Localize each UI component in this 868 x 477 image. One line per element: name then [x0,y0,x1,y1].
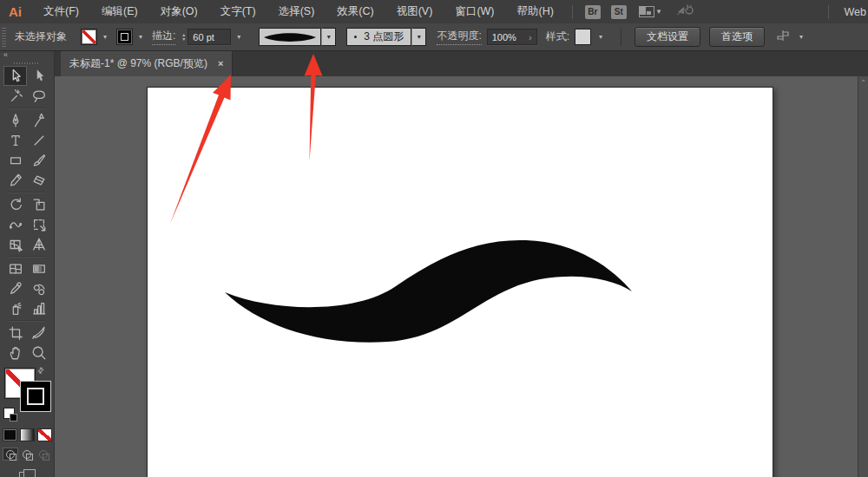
color-mode-row [0,428,54,441]
tool-slice[interactable] [27,323,50,343]
illustrator-logo: Ai [0,4,32,19]
tool-scale[interactable] [27,194,50,214]
tool-paintbrush[interactable] [27,150,50,170]
tool-lasso[interactable] [27,86,50,106]
stock-icon[interactable]: St [611,5,627,19]
canvas-area[interactable] [54,76,868,477]
tool-magic-wand[interactable] [3,86,27,106]
bridge-icon[interactable]: Br [585,5,601,19]
tool-pen[interactable] [3,110,27,130]
brush-definition-dropdown[interactable]: 3 点圆形 [346,28,411,46]
swap-fill-stroke-icon[interactable]: ⇄ [36,365,46,376]
tool-eraser[interactable] [27,170,50,190]
tool-hand[interactable] [3,343,27,363]
tool-direct-selection[interactable] [27,66,50,86]
tool-mesh[interactable] [3,258,27,278]
tool-column-graph[interactable] [27,298,50,318]
arrange-documents-icon[interactable]: ▾ [639,6,661,17]
width-profile-chevron-icon[interactable]: ▾ [321,28,336,46]
none-button[interactable] [37,428,52,441]
tool-shape-builder[interactable] [3,234,27,254]
brush-definition-chevron-icon[interactable]: ▾ [411,28,426,46]
tool-group-divider [3,190,50,194]
align-chevron-icon[interactable]: ▾ [795,29,807,44]
tool-rotate[interactable] [3,194,27,214]
preferences-button[interactable]: 首选项 [709,27,765,47]
style-chevron-icon[interactable]: ▾ [595,29,607,44]
align-panel-icon[interactable] [776,29,790,44]
controlbar-separator [621,29,621,46]
opacity-panel-link[interactable]: 不透明度: [437,29,481,45]
tools-grid [0,66,54,363]
scroll-up-icon[interactable]: ⌃ [860,79,866,477]
menubar-separator-right [828,5,829,19]
tool-pencil[interactable] [3,170,27,190]
menubar-separator [572,5,573,19]
panel-grip[interactable] [2,28,6,47]
tool-free-transform[interactable] [27,214,50,234]
tool-group-divider [3,318,50,323]
variable-width-profile-preview[interactable] [259,28,321,46]
tool-blend[interactable] [27,278,50,298]
menu-bar: Ai 文件(F) 编辑(E) 对象(O) 文字(T) 选择(S) 效果(C) 视… [0,0,868,23]
close-tab-icon[interactable]: × [218,58,223,69]
tool-rectangle[interactable] [3,150,27,170]
tool-zoom[interactable] [27,343,50,363]
chevron-down-icon: ▾ [657,8,661,16]
brush-thumbnail-dot [354,36,357,38]
fill-stroke-cluster: ⇄ [0,366,54,423]
tool-symbol-sprayer[interactable] [3,298,27,318]
tool-eyedropper[interactable] [3,278,27,298]
stroke-weight-stepper[interactable]: ▴▾ [182,33,185,42]
menu-view[interactable]: 视图(V) [385,0,444,23]
workspace-switcher[interactable]: Web [836,6,868,18]
fill-color-swatch[interactable] [81,29,97,45]
menu-effect[interactable]: 效果(C) [326,0,385,23]
tool-line-segment[interactable] [27,130,50,150]
stroke-swatch-large[interactable] [20,381,51,412]
opacity-expand-icon[interactable]: › [529,32,532,42]
default-fill-stroke-icon[interactable] [3,408,15,419]
menu-type[interactable]: 文字(T) [209,0,267,23]
tools-panel: « ⇄ [0,49,55,477]
color-button[interactable] [3,428,17,441]
graphic-style-swatch[interactable] [575,29,591,45]
stroke-color-swatch[interactable] [116,29,133,45]
tool-selection[interactable] [3,66,27,86]
stroke-weight-input[interactable]: 60 pt [187,29,231,45]
stroke-panel-link[interactable]: 描边: [152,29,175,45]
document-tab[interactable]: 未标题-1* @ 97% (RGB/预览) × [61,50,233,76]
draw-normal-button[interactable] [3,448,18,461]
tool-gradient[interactable] [27,258,50,278]
stroke-dropdown-chevron-icon[interactable]: ▾ [135,29,147,44]
style-label: 样式: [546,29,569,44]
vertical-scrollbar[interactable]: ⌃ [858,76,868,477]
menu-window[interactable]: 窗口(W) [444,0,505,23]
draw-inside-button[interactable] [36,448,51,461]
artboard[interactable] [147,87,773,477]
opacity-value: 100% [492,32,516,42]
tools-panel-grip[interactable] [0,60,54,66]
gradient-button[interactable] [20,428,35,441]
tool-width[interactable] [3,214,27,234]
fill-dropdown-chevron-icon[interactable]: ▾ [99,29,111,44]
menu-file[interactable]: 文件(F) [32,0,90,23]
draw-behind-button[interactable] [19,448,35,461]
opacity-input[interactable]: 100% › [487,29,537,45]
document-tab-title: 未标题-1* @ 97% (RGB/预览) [69,56,207,71]
tool-curvature[interactable] [27,110,50,130]
collapse-panel-icon[interactable]: « [3,50,8,59]
arrange-documents-glyph [639,6,654,17]
document-setup-button[interactable]: 文档设置 [635,27,700,47]
tool-type[interactable] [3,130,27,150]
tool-perspective-grid[interactable] [27,234,50,254]
cs-live-icon[interactable] [676,4,694,19]
menu-object[interactable]: 对象(O) [149,0,209,23]
menu-select[interactable]: 选择(S) [267,0,326,23]
menu-edit[interactable]: 编辑(E) [90,0,149,23]
screen-mode-button[interactable] [19,469,35,477]
stroke-weight-chevron-icon[interactable]: ▾ [233,29,245,44]
menu-help[interactable]: 帮助(H) [506,0,565,23]
tool-artboard[interactable] [3,323,27,343]
drawing-modes-row [0,448,54,461]
